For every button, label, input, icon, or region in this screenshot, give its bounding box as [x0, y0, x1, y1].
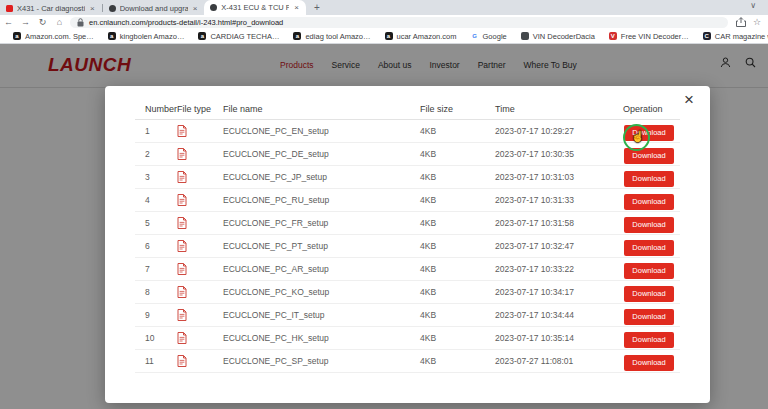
file-size: 4KB	[403, 264, 481, 274]
bookmark-item[interactable]: a kingbolen Amazo…	[101, 32, 192, 41]
tab-search-chevron-icon[interactable]: ∨	[750, 1, 756, 10]
bookmark-favicon-icon	[521, 32, 529, 40]
bookmark-label: ucar Amazon.com	[397, 32, 457, 41]
close-tab-icon[interactable]: ×	[192, 4, 199, 13]
bookmark-label: VIN DecoderDacia	[533, 32, 595, 41]
col-file-type: File type	[175, 104, 221, 114]
close-icon[interactable]: ×	[681, 88, 697, 111]
file-name: ECUCLONE_PC_DE_setup	[221, 149, 403, 159]
table-row: 2 ECUCLONE_PC_DE_setup 4KB 2023-07-17 10…	[135, 143, 680, 166]
url-text[interactable]: en.cnlaunch.com/products-detail/i-243.ht…	[89, 18, 283, 27]
file-icon	[175, 240, 221, 252]
file-icon	[175, 125, 221, 137]
file-size: 4KB	[403, 149, 481, 159]
bookmark-label: Google	[483, 32, 507, 41]
bookmark-item[interactable]: G Google	[464, 32, 514, 41]
tab-title: Download and upgrade	[120, 4, 188, 13]
table-row: 1 ECUCLONE_PC_EN_setup 4KB 2023-07-17 10…	[135, 120, 680, 143]
download-button[interactable]: Download	[624, 355, 674, 371]
bookmark-item[interactable]: VIN DecoderDacia	[514, 32, 602, 41]
bookmark-item[interactable]: a Amazon.com. Spe…	[6, 32, 101, 41]
tab-download-upgrade[interactable]: Download and upgrade ×	[103, 1, 205, 15]
download-button[interactable]: Download	[624, 332, 674, 348]
bookmark-label: CAR magazine we…	[715, 32, 768, 41]
download-button[interactable]: Download	[624, 217, 674, 233]
table-row: 6 ECUCLONE_PC_PT_setup 4KB 2023-07-17 10…	[135, 235, 680, 258]
tab-x431-diagnostic[interactable]: X431 - Car diagnostic instru ×	[0, 1, 102, 15]
file-size: 4KB	[403, 310, 481, 320]
share-icon[interactable]	[736, 17, 746, 27]
download-button[interactable]: Download	[624, 240, 674, 256]
table-row: 5 ECUCLONE_PC_FR_setup 4KB 2023-07-17 10…	[135, 212, 680, 235]
tab-ecu-tcu-programmer[interactable]: X-431 ECU & TCU Programm ×	[204, 0, 306, 15]
file-name: ECUCLONE_PC_AR_setup	[221, 264, 403, 274]
file-icon	[175, 263, 221, 275]
download-button[interactable]: Download	[624, 309, 674, 325]
bookmark-star-icon[interactable]: ☆	[753, 17, 761, 27]
file-name: ECUCLONE_PC_EN_setup	[221, 126, 403, 136]
bookmark-item[interactable]: V Free VIN Decoder…	[602, 32, 696, 41]
back-icon[interactable]: ←	[0, 17, 17, 27]
bookmark-label: Amazon.com. Spe…	[25, 32, 94, 41]
col-file-size: File size	[403, 104, 481, 114]
lock-icon	[77, 18, 84, 27]
forward-icon[interactable]: →	[17, 17, 34, 27]
row-number: 7	[135, 264, 175, 274]
table-row: 9 ECUCLONE_PC_IT_setup 4KB 2023-07-17 10…	[135, 304, 680, 327]
download-button[interactable]: Download	[624, 194, 674, 210]
launch-favicon-icon	[6, 5, 13, 12]
tab-title: X431 - Car diagnostic instru	[17, 4, 85, 13]
bookmark-item[interactable]: a CARDIAG TECHA…	[191, 32, 286, 41]
file-time: 2023-07-17 10:31:58	[481, 218, 611, 228]
file-name: ECUCLONE_PC_FR_setup	[221, 218, 403, 228]
bookmark-item[interactable]: a ucar Amazon.com	[378, 32, 464, 41]
bookmark-favicon-icon: C	[703, 32, 711, 40]
download-button[interactable]: Download	[624, 263, 674, 279]
row-number: 4	[135, 195, 175, 205]
bookmark-favicon-icon: a	[198, 32, 206, 40]
address-bar[interactable]: en.cnlaunch.com/products-detail/i-243.ht…	[70, 17, 728, 28]
file-name: ECUCLONE_PC_JP_setup	[221, 172, 403, 182]
file-size: 4KB	[403, 356, 481, 366]
file-time: 2023-07-27 11:08:01	[481, 356, 611, 366]
file-name: ECUCLONE_PC_SP_setup	[221, 356, 403, 366]
home-icon[interactable]: ⌂	[51, 17, 68, 27]
file-name: ECUCLONE_PC_HK_setup	[221, 333, 403, 343]
bookmark-label: CARDIAG TECHA…	[210, 32, 279, 41]
row-number: 3	[135, 172, 175, 182]
col-file-name: File name	[221, 104, 403, 114]
table-row: 7 ECUCLONE_PC_AR_setup 4KB 2023-07-17 10…	[135, 258, 680, 281]
file-name: ECUCLONE_PC_PT_setup	[221, 241, 403, 251]
file-time: 2023-07-17 10:34:17	[481, 287, 611, 297]
table-row: 11 ECUCLONE_PC_SP_setup 4KB 2023-07-27 1…	[135, 350, 680, 373]
bookmark-favicon-icon: a	[13, 32, 21, 40]
file-icon	[175, 332, 221, 344]
row-number: 10	[135, 333, 175, 343]
file-size: 4KB	[403, 195, 481, 205]
file-size: 4KB	[403, 126, 481, 136]
file-icon	[175, 194, 221, 206]
file-time: 2023-07-17 10:33:22	[481, 264, 611, 274]
close-tab-icon[interactable]: ×	[293, 3, 300, 12]
bookmark-item[interactable]: a ediag tool Amazo…	[286, 32, 377, 41]
file-icon	[175, 309, 221, 321]
download-button[interactable]: Download	[624, 171, 674, 187]
file-table-body: 1 ECUCLONE_PC_EN_setup 4KB 2023-07-17 10…	[135, 120, 680, 373]
reload-icon[interactable]: ↻	[34, 17, 51, 27]
file-size: 4KB	[403, 241, 481, 251]
download-button[interactable]: Download	[624, 286, 674, 302]
file-time: 2023-07-17 10:34:44	[481, 310, 611, 320]
download-modal: × Number File type File name File size T…	[105, 86, 710, 403]
file-name: ECUCLONE_PC_IT_setup	[221, 310, 403, 320]
browser-toolbar: ← → ↻ ⌂ en.cnlaunch.com/products-detail/…	[0, 15, 768, 29]
file-size: 4KB	[403, 218, 481, 228]
globe-favicon-icon	[109, 5, 116, 12]
close-tab-icon[interactable]: ×	[89, 4, 96, 13]
file-time: 2023-07-17 10:31:33	[481, 195, 611, 205]
file-icon	[175, 217, 221, 229]
row-number: 2	[135, 149, 175, 159]
new-tab-button[interactable]: +	[306, 2, 328, 15]
bookmark-favicon-icon: V	[609, 32, 617, 40]
file-time: 2023-07-17 10:31:03	[481, 172, 611, 182]
bookmark-item[interactable]: C CAR magazine we…	[696, 32, 768, 41]
